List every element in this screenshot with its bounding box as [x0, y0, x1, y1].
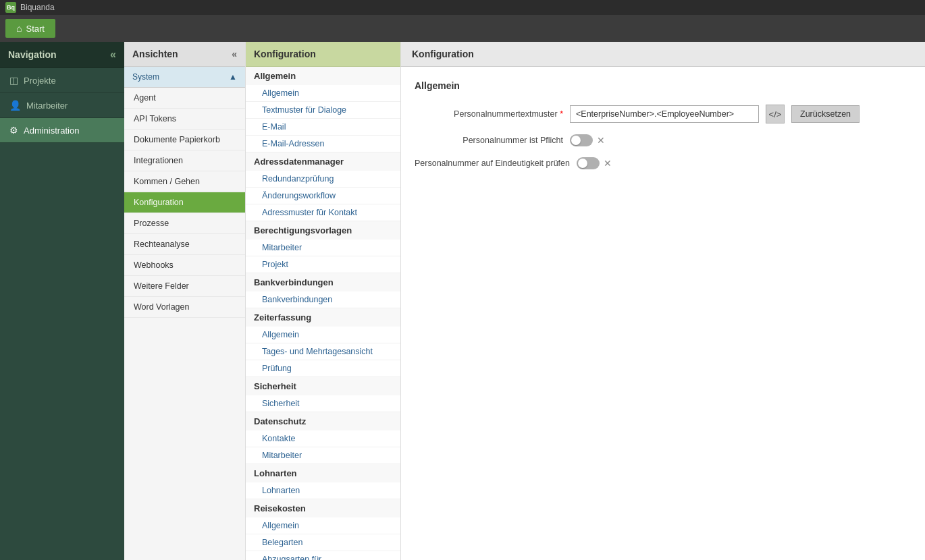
views-system-section[interactable]: System ▲	[124, 67, 245, 88]
views-item-word-vorlagen[interactable]: Word Vorlagen	[124, 297, 245, 318]
group-header-allgemein: Allgemein	[246, 67, 400, 85]
config-tree: Konfiguration Allgemein Allgemein Textmu…	[246, 42, 401, 560]
tree-item-sicherheit[interactable]: Sicherheit	[246, 395, 400, 412]
tree-item-berecht-mitarbeiter[interactable]: Mitarbeiter	[246, 240, 400, 256]
app-icon: Bq	[5, 2, 16, 13]
content-area: Konfiguration Allgemein Personalnummerte…	[401, 42, 925, 560]
nav-sidebar-title: Navigation	[8, 49, 57, 60]
views-item-dokumente[interactable]: Dokumente Papierkorb	[124, 130, 245, 150]
administration-icon: ⚙	[9, 125, 18, 136]
views-item-weitere-felder[interactable]: Weitere Felder	[124, 276, 245, 297]
titlebar: Bq Biquanda	[0, 0, 925, 15]
content-header: Konfiguration	[401, 42, 925, 67]
home-icon: ⌂	[16, 23, 22, 34]
group-header-sicherheit: Sicherheit	[246, 377, 400, 395]
tree-item-email-adressen[interactable]: E-Mail-Adressen	[246, 136, 400, 152]
app-title: Biquanda	[20, 3, 55, 12]
group-header-datenschutz: Datenschutz	[246, 412, 400, 430]
tree-item-lohnarten[interactable]: Lohnarten	[246, 482, 400, 499]
tree-item-berecht-projekt[interactable]: Projekt	[246, 256, 400, 273]
tree-item-zeit-allgemein[interactable]: Allgemein	[246, 327, 400, 343]
start-label: Start	[26, 24, 44, 34]
views-panel-collapse-btn[interactable]: «	[232, 49, 237, 59]
sidebar-item-projekte[interactable]: ◫ Projekte	[0, 68, 124, 93]
personalnummer-reset-btn[interactable]: Zurücksetzen	[791, 105, 860, 123]
personalnummer-code-btn[interactable]: </>	[766, 105, 785, 123]
tree-item-bankverbindungen[interactable]: Bankverbindungen	[246, 291, 400, 308]
views-panel-header: Ansichten «	[124, 42, 245, 67]
eindeutigkeit-label: Personalnummer auf Eindeutigkeit prüfen	[415, 159, 570, 168]
sidebar-item-label: Administration	[24, 125, 79, 136]
ist-pflicht-toggle[interactable]	[570, 134, 593, 146]
views-system-label: System	[132, 72, 159, 82]
tree-item-datenschutz-kontakte[interactable]: Kontakte	[246, 430, 400, 447]
group-header-berechtigungsvorlagen: Berechtigungsvorlagen	[246, 221, 400, 240]
ist-pflicht-toggle-thumb	[571, 136, 581, 145]
tree-item-textmuster[interactable]: Textmuster für Dialoge	[246, 102, 400, 119]
tree-item-tages-mehrtages[interactable]: Tages- und Mehrtagesansicht	[246, 343, 400, 360]
toolbar: ⌂ Start	[0, 15, 925, 42]
views-panel-title: Ansichten	[132, 49, 178, 59]
views-item-prozesse[interactable]: Prozesse	[124, 213, 245, 234]
group-header-bankverbindungen: Bankverbindungen	[246, 273, 400, 291]
mitarbeiter-icon: 👤	[9, 100, 21, 111]
personalnummer-label: Personalnummertextmuster *	[415, 109, 563, 119]
tree-item-aenderungsworkflow[interactable]: Änderungsworkflow	[246, 188, 400, 204]
views-panel: Ansichten « System ▲ Agent API Tokens Do…	[124, 42, 246, 560]
eindeutigkeit-clear-btn[interactable]: ✕	[604, 158, 612, 169]
tree-item-email[interactable]: E-Mail	[246, 119, 400, 136]
projekte-icon: ◫	[9, 75, 18, 86]
views-item-kommen-gehen[interactable]: Kommen / Gehen	[124, 171, 245, 192]
views-item-api-tokens[interactable]: API Tokens	[124, 109, 245, 130]
tree-item-redundanz[interactable]: Redundanzprüfung	[246, 171, 400, 188]
ist-pflicht-toggle-wrapper: ✕	[570, 134, 605, 146]
ist-pflicht-clear-btn[interactable]: ✕	[597, 135, 605, 146]
content-body: Allgemein Personalnummertextmuster * </>…	[401, 67, 925, 560]
content-section-title: Allgemein	[415, 80, 911, 91]
tree-item-allgemein-allgemein[interactable]: Allgemein	[246, 85, 400, 102]
group-header-adressdatenmanager: Adressdatenmanager	[246, 152, 400, 171]
required-indicator: *	[560, 109, 563, 119]
personalnummer-row: Personalnummertextmuster * </> Zurückset…	[415, 105, 911, 123]
nav-sidebar-collapse-btn[interactable]: «	[110, 49, 116, 61]
tree-item-datenschutz-mitarbeiter[interactable]: Mitarbeiter	[246, 447, 400, 464]
config-tree-header: Konfiguration	[246, 42, 400, 67]
ist-pflicht-row: Personalnummer ist Pflicht ✕	[415, 134, 911, 146]
sidebar-item-administration[interactable]: ⚙ Administration	[0, 118, 124, 143]
views-item-webhooks[interactable]: Webhooks	[124, 255, 245, 276]
sidebar-item-label: Projekte	[24, 76, 56, 86]
personalnummer-input[interactable]	[570, 105, 759, 123]
nav-sidebar-header: Navigation «	[0, 42, 124, 68]
main-area: Navigation « ◫ Projekte 👤 Mitarbeiter ⚙ …	[0, 42, 925, 560]
tree-item-pruefung[interactable]: Prüfung	[246, 360, 400, 377]
eindeutigkeit-row: Personalnummer auf Eindeutigkeit prüfen …	[415, 157, 911, 169]
nav-sidebar: Navigation « ◫ Projekte 👤 Mitarbeiter ⚙ …	[0, 42, 124, 560]
ist-pflicht-label: Personalnummer ist Pflicht	[415, 136, 563, 145]
group-header-lohnarten: Lohnarten	[246, 464, 400, 482]
views-item-integrationen[interactable]: Integrationen	[124, 150, 245, 171]
group-header-reisekosten: Reisekosten	[246, 499, 400, 517]
views-item-konfiguration[interactable]: Konfiguration	[124, 192, 245, 213]
sidebar-item-label: Mitarbeiter	[26, 101, 68, 111]
eindeutigkeit-toggle-thumb	[578, 159, 587, 168]
views-item-agent[interactable]: Agent	[124, 88, 245, 109]
tree-item-belegarten[interactable]: Belegarten	[246, 534, 400, 551]
group-header-zeiterfassung: Zeiterfassung	[246, 308, 400, 327]
section-collapse-icon: ▲	[229, 72, 237, 82]
eindeutigkeit-toggle[interactable]	[577, 157, 600, 169]
eindeutigkeit-toggle-wrapper: ✕	[577, 157, 612, 169]
tree-item-reise-allgemein[interactable]: Allgemein	[246, 517, 400, 534]
sidebar-item-mitarbeiter[interactable]: 👤 Mitarbeiter	[0, 93, 124, 118]
tree-item-adressmuster[interactable]: Adressmuster für Kontakt	[246, 204, 400, 221]
tree-item-abzugsarten[interactable]: Abzugsarten für Verpflegungspauschale	[246, 551, 400, 560]
views-item-rechteanalyse[interactable]: Rechteanalyse	[124, 234, 245, 255]
start-button[interactable]: ⌂ Start	[5, 19, 55, 38]
